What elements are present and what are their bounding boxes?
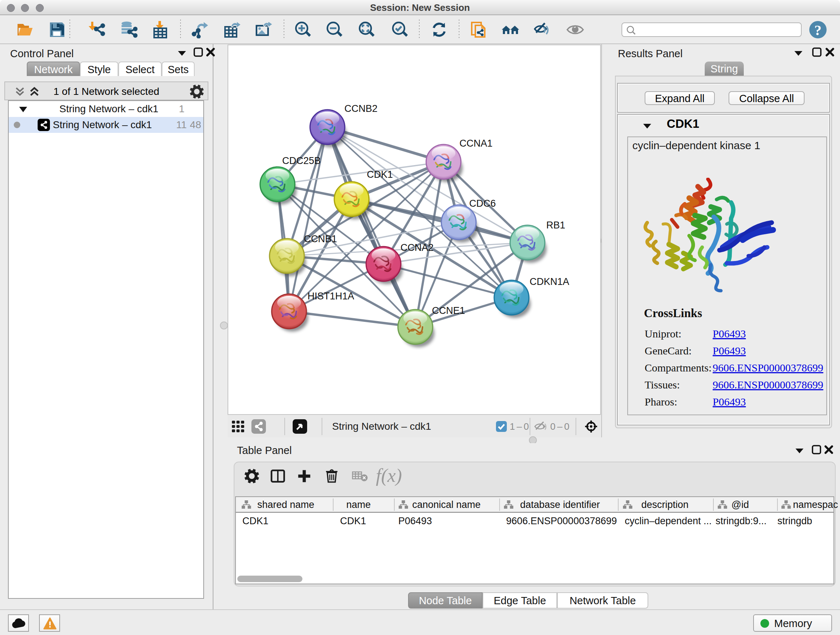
svg-text:CCNA2: CCNA2 [401,242,434,253]
svg-text:CDC6: CDC6 [469,198,496,209]
svg-text:?: ? [814,22,821,38]
svg-text:CCNE1: CCNE1 [432,305,465,316]
svg-text:HIST1H1A: HIST1H1A [308,291,354,302]
svg-text:CCNB2: CCNB2 [344,103,378,114]
svg-text:CCNB1: CCNB1 [304,233,337,244]
svg-text:CCNA1: CCNA1 [459,138,493,149]
svg-text:RB1: RB1 [546,220,565,231]
svg-text:CDK1: CDK1 [367,169,393,180]
svg-text:CDC25B: CDC25B [282,155,321,166]
svg-text:CDKN1A: CDKN1A [530,276,569,287]
